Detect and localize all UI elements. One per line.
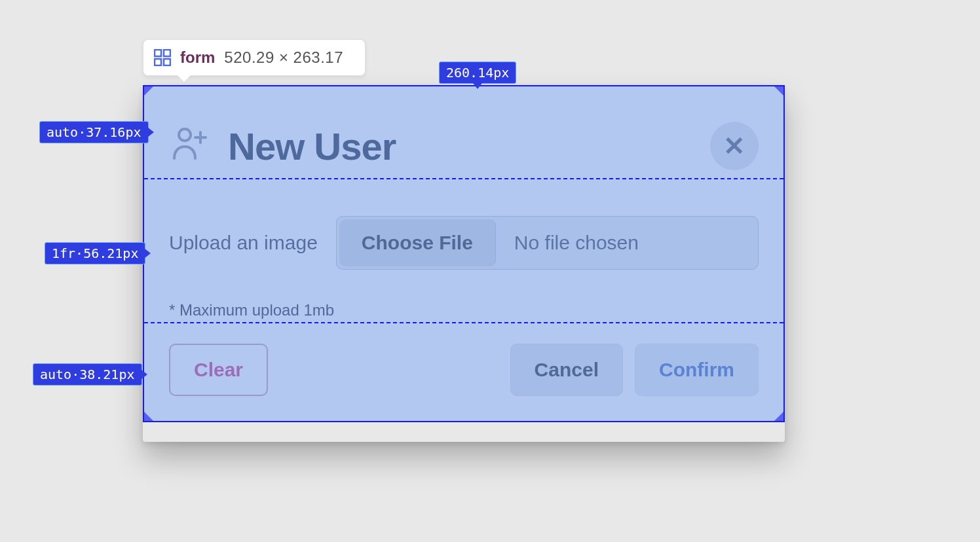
- grid-extend-marker: [144, 412, 153, 421]
- tooltip-dimensions: 520.29 × 263.17: [224, 48, 343, 67]
- grid-column-width-label: 260.14px: [439, 62, 516, 84]
- clear-button[interactable]: Clear: [169, 344, 268, 396]
- svg-rect-0: [155, 50, 161, 56]
- svg-rect-1: [164, 50, 170, 56]
- cancel-button[interactable]: Cancel: [510, 344, 623, 396]
- svg-rect-3: [164, 59, 170, 65]
- upload-helper-text: * Maximum upload 1mb: [169, 301, 759, 319]
- svg-point-4: [179, 129, 191, 141]
- modal-title: New User: [228, 124, 396, 168]
- close-icon: ✕: [723, 131, 745, 161]
- grid-row-label: auto·38.21px: [33, 363, 142, 386]
- grid-icon: [154, 49, 171, 66]
- file-status: No file chosen: [499, 217, 758, 269]
- grid-extend-marker: [774, 412, 783, 421]
- modal-footer: Clear Cancel Confirm: [169, 344, 759, 396]
- confirm-button[interactable]: Confirm: [635, 344, 759, 396]
- file-input[interactable]: Choose File No file chosen: [336, 216, 759, 270]
- tooltip-element: form: [180, 48, 215, 67]
- grid-extend-marker: [774, 86, 783, 96]
- svg-rect-2: [155, 59, 161, 65]
- grid-extend-marker: [144, 86, 153, 96]
- new-user-form: New User ✕ Upload an image Choose File N…: [143, 85, 785, 422]
- modal-body: Upload an image Choose File No file chos…: [169, 170, 759, 344]
- choose-file-button[interactable]: Choose File: [339, 219, 496, 266]
- grid-row-label: auto·37.16px: [39, 121, 149, 143]
- add-user-icon: [169, 124, 210, 168]
- grid-row-label: 1fr·56.21px: [45, 242, 145, 264]
- devtools-tooltip: form 520.29 × 263.17: [143, 39, 366, 76]
- close-button[interactable]: ✕: [710, 122, 759, 170]
- upload-field-row: Upload an image Choose File No file chos…: [169, 216, 759, 270]
- modal-header: New User ✕: [169, 122, 759, 170]
- upload-label: Upload an image: [169, 232, 318, 254]
